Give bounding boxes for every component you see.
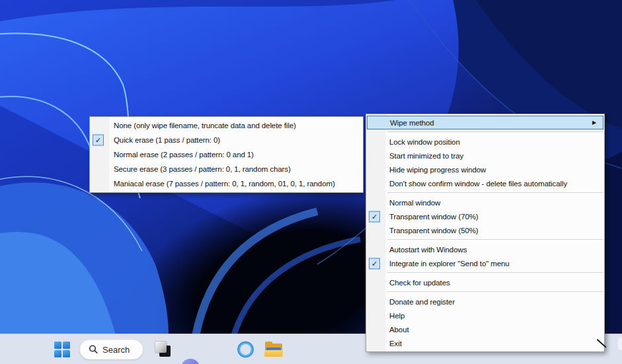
menu-item-normal-window[interactable]: Normal window — [366, 196, 604, 209]
menu-item-start-minimized[interactable]: Start minimized to tray — [366, 149, 604, 163]
windows-logo-icon — [63, 350, 70, 357]
menu-item-label: Start minimized to tray — [389, 152, 463, 160]
menu-item-label: None (only wipe filename, truncate data … — [114, 122, 296, 129]
tray-context-menu: Wipe method ▶ Lock window position Start… — [366, 114, 605, 352]
menu-item-label: Transparent window (70%) — [389, 213, 479, 221]
wipe-method-submenu: None (only wipe filename, truncate data … — [89, 116, 364, 193]
submenu-arrow-icon: ▶ — [592, 120, 599, 126]
menu-item-label: Hide wiping progress window — [389, 166, 486, 174]
menu-item-lock-window-position[interactable]: Lock window position — [366, 135, 604, 149]
menu-item-about[interactable]: About — [366, 322, 604, 336]
menu-item-label: Donate and register — [389, 298, 455, 306]
menu-item-label: About — [389, 326, 409, 334]
search-box[interactable]: Search — [79, 339, 143, 359]
menu-item-label: Don't show confirm window - delete files… — [389, 180, 567, 188]
menu-separator — [366, 237, 604, 242]
checkmark-icon: ✓ — [369, 211, 380, 222]
menu-separator — [366, 190, 604, 196]
menu-item-check-for-updates[interactable]: Check for updates — [366, 275, 604, 289]
menu-item-exit[interactable]: Exit — [366, 336, 604, 350]
start-button[interactable] — [54, 341, 71, 358]
menu-separator — [366, 129, 604, 135]
menu-item-help[interactable]: Help — [366, 309, 604, 322]
menu-item-label: Integrate in explorer "Send to" menu — [389, 260, 510, 268]
windows-logo-icon — [54, 350, 61, 357]
taskbar-icon-file-explorer[interactable] — [264, 342, 284, 357]
menu-separator — [366, 289, 604, 295]
cropped-tray-element — [618, 338, 622, 350]
squares-icon — [155, 342, 167, 353]
menu-item-label: Transparent window (50%) — [389, 227, 479, 235]
menu-item-label: Quick erase (1 pass / pattern: 0) — [114, 136, 220, 144]
menu-item-label: Normal window — [389, 199, 440, 207]
folder-icon — [264, 350, 284, 357]
taskbar-icon-chat[interactable] — [181, 359, 200, 364]
menu-item-hide-wiping-progress[interactable]: Hide wiping progress window — [366, 163, 604, 176]
windows-logo-icon — [54, 342, 61, 349]
menu-item-label: Secure erase (3 passes / pattern: 0, 1, … — [114, 165, 291, 173]
menu-item-label: Help — [389, 312, 405, 320]
checkmark-icon: ✓ — [93, 135, 104, 146]
menu-item-quick-erase[interactable]: ✓ Quick erase (1 pass / pattern: 0) — [90, 133, 363, 147]
menu-item-autostart[interactable]: Autostart with Windows — [366, 242, 604, 256]
menu-item-none[interactable]: None (only wipe filename, truncate data … — [90, 118, 363, 133]
menu-item-integrate-sendto[interactable]: ✓ Integrate in explorer "Send to" menu — [366, 256, 604, 270]
menu-item-label: Lock window position — [389, 138, 460, 146]
menu-item-transparent-50[interactable]: Transparent window (50%) — [366, 223, 604, 237]
menu-item-secure-erase[interactable]: Secure erase (3 passes / pattern: 0, 1, … — [90, 162, 363, 176]
menu-item-label: Normal erase (2 passes / pattern: 0 and … — [114, 151, 254, 159]
menu-item-normal-erase[interactable]: Normal erase (2 passes / pattern: 0 and … — [90, 147, 363, 162]
menu-separator — [366, 270, 604, 275]
menu-item-label: Check for updates — [389, 279, 450, 287]
menu-item-donate-and-register[interactable]: Donate and register — [366, 295, 604, 309]
menu-item-transparent-70[interactable]: ✓ Transparent window (70%) — [366, 209, 604, 223]
menu-item-maniacal-erase[interactable]: Maniacal erase (7 passes / pattern: 0, 1… — [90, 176, 363, 191]
taskbar-icon-cortana[interactable] — [237, 340, 254, 358]
menu-item-dont-show-confirm[interactable]: Don't show confirm window - delete files… — [366, 176, 604, 190]
taskbar-icon-app-squares[interactable] — [154, 340, 173, 359]
menu-item-label: Maniacal erase (7 passes / pattern: 0, 1… — [114, 180, 335, 188]
search-label: Search — [102, 344, 130, 354]
chat-bubble-icon — [181, 359, 200, 364]
menu-item-label: Wipe method — [390, 119, 434, 127]
checkmark-icon: ✓ — [369, 258, 380, 269]
menu-item-label: Exit — [389, 340, 402, 347]
menu-item-wipe-method[interactable]: Wipe method ▶ — [367, 116, 603, 129]
windows-logo-icon — [63, 342, 70, 349]
search-icon — [89, 345, 98, 354]
menu-item-label: Autostart with Windows — [389, 246, 467, 254]
